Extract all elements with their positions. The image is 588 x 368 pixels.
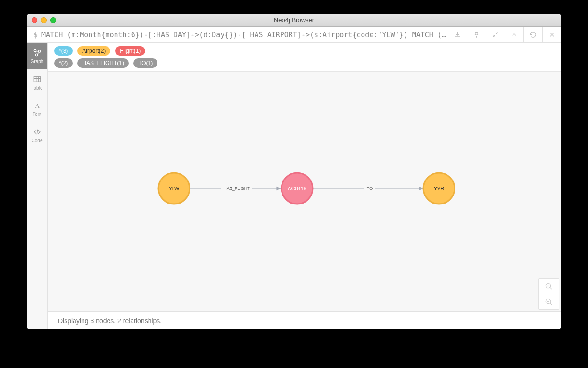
- tab-table[interactable]: Table: [27, 69, 47, 96]
- node-ylw-label: YLW: [168, 186, 180, 191]
- maximize-window-button[interactable]: [50, 17, 56, 23]
- up-button[interactable]: [505, 27, 523, 42]
- close-button[interactable]: [542, 27, 561, 42]
- result-panel: *(3) Airport(2) Flight(1) *(2) HAS_FLIGH…: [48, 43, 561, 329]
- query-text[interactable]: MATCH (m:Month{month:6})-[:HAS_DAY]->(d:…: [41, 31, 448, 39]
- query-bar: $ MATCH (m:Month{month:6})-[:HAS_DAY]->(…: [27, 27, 561, 43]
- query-toolbar: [448, 27, 561, 42]
- node-yvr-label: YVR: [434, 186, 445, 191]
- tab-graph-label: Graph: [31, 59, 44, 64]
- tab-text-label: Text: [33, 112, 41, 117]
- tab-table-label: Table: [32, 85, 43, 90]
- zoom-in-button[interactable]: [539, 279, 559, 294]
- status-text: Displaying 3 nodes, 2 relationships.: [58, 317, 162, 325]
- rerun-button[interactable]: [523, 27, 542, 42]
- tab-text[interactable]: A Text: [27, 96, 47, 122]
- pill-to[interactable]: TO(1): [133, 58, 157, 68]
- tab-code-label: Code: [32, 138, 43, 143]
- download-button[interactable]: [448, 27, 467, 42]
- collapse-button[interactable]: [486, 27, 505, 42]
- download-icon: [454, 31, 461, 38]
- chevron-up-icon: [511, 31, 518, 38]
- body: Graph Table A Text Code *(3) Airport: [27, 43, 561, 329]
- svg-point-1: [38, 50, 41, 52]
- result-view-sidebar: Graph Table A Text Code: [27, 43, 48, 329]
- refresh-icon: [530, 31, 537, 38]
- close-window-button[interactable]: [32, 17, 37, 23]
- pill-flight[interactable]: Flight(1): [115, 46, 145, 56]
- svg-text:A: A: [35, 102, 40, 109]
- tab-code[interactable]: Code: [27, 122, 47, 148]
- titlebar: Neo4j Browser: [27, 14, 561, 27]
- graph-canvas[interactable]: HAS_FLIGHT TO YLW AC8419 YVR: [48, 72, 561, 311]
- node-ac8419-label: AC8419: [288, 186, 306, 191]
- close-icon: [548, 31, 555, 38]
- svg-rect-3: [34, 76, 41, 82]
- query-prompt: $: [27, 31, 41, 39]
- edge-has-flight-label: HAS_FLIGHT: [224, 186, 250, 191]
- zoom-out-button[interactable]: [539, 294, 559, 309]
- graph-icon: [33, 49, 41, 57]
- collapse-icon: [492, 31, 499, 38]
- pin-button[interactable]: [467, 27, 486, 42]
- pill-all-nodes[interactable]: *(3): [54, 46, 73, 56]
- minimize-window-button[interactable]: [41, 17, 47, 23]
- pill-airport[interactable]: Airport(2): [77, 46, 110, 56]
- app-window: Neo4j Browser $ MATCH (m:Month{month:6})…: [27, 14, 561, 329]
- node-labels-row: *(3) Airport(2) Flight(1): [48, 43, 561, 57]
- window-controls: [27, 17, 56, 23]
- window-title: Neo4j Browser: [27, 16, 561, 24]
- zoom-in-icon: [545, 282, 553, 291]
- code-icon: [33, 128, 41, 136]
- edge-to-label: TO: [367, 186, 373, 191]
- text-icon: A: [33, 101, 41, 110]
- pill-all-rels[interactable]: *(2): [54, 58, 73, 68]
- zoom-controls: [538, 278, 559, 310]
- status-footer: Displaying 3 nodes, 2 relationships.: [48, 311, 561, 329]
- table-icon: [33, 75, 41, 83]
- relationship-types-row: *(2) HAS_FLIGHT(1) TO(1): [48, 57, 561, 72]
- pin-icon: [473, 31, 480, 38]
- tab-graph[interactable]: Graph: [27, 43, 47, 69]
- graph-svg: HAS_FLIGHT TO YLW AC8419 YVR: [48, 72, 561, 311]
- pill-has-flight[interactable]: HAS_FLIGHT(1): [77, 58, 129, 68]
- zoom-out-icon: [545, 298, 553, 306]
